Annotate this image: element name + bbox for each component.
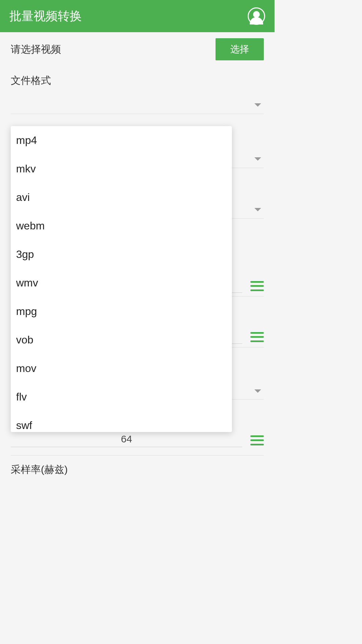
chevron-down-icon xyxy=(254,389,261,393)
format-option-vob[interactable]: vob xyxy=(11,326,232,354)
file-format-dropdown[interactable] xyxy=(11,94,264,114)
select-video-row: 请选择视频 选择 xyxy=(0,32,275,66)
menu-icon[interactable] xyxy=(250,435,264,445)
avatar-icon[interactable] xyxy=(248,7,265,25)
menu-icon[interactable] xyxy=(250,332,264,342)
format-option-wmv[interactable]: wmv xyxy=(11,269,232,297)
file-format-label: 文件格式 xyxy=(0,66,275,92)
page-title: 批量视频转换 xyxy=(9,8,82,24)
samplerate-label: 采样率(赫兹) xyxy=(0,455,275,481)
format-option-mp4[interactable]: mp4 xyxy=(11,126,232,155)
format-option-mpg[interactable]: mpg xyxy=(11,297,232,326)
content-area: 请选择视频 选择 文件格式 aac 码率(KB/S) 64 采样率(赫兹) xyxy=(0,32,275,488)
bitrate-value[interactable]: 64 xyxy=(11,433,242,447)
format-dropdown-popup: mp4mkvaviwebm3gpwmvmpgvobmovflvswf xyxy=(11,126,232,432)
chevron-down-icon xyxy=(254,157,261,161)
app-bar: 批量视频转换 xyxy=(0,0,275,32)
format-option-webm[interactable]: webm xyxy=(11,212,232,240)
format-option-flv[interactable]: flv xyxy=(11,383,232,411)
format-option-mov[interactable]: mov xyxy=(11,354,232,383)
format-option-mkv[interactable]: mkv xyxy=(11,155,232,183)
menu-icon[interactable] xyxy=(250,281,264,291)
format-option-avi[interactable]: avi xyxy=(11,183,232,212)
format-option-3gp[interactable]: 3gp xyxy=(11,240,232,269)
chevron-down-icon xyxy=(254,103,261,107)
chevron-down-icon xyxy=(254,208,261,211)
select-video-label: 请选择视频 xyxy=(11,43,61,56)
format-option-swf[interactable]: swf xyxy=(11,411,232,432)
select-button[interactable]: 选择 xyxy=(216,38,264,60)
